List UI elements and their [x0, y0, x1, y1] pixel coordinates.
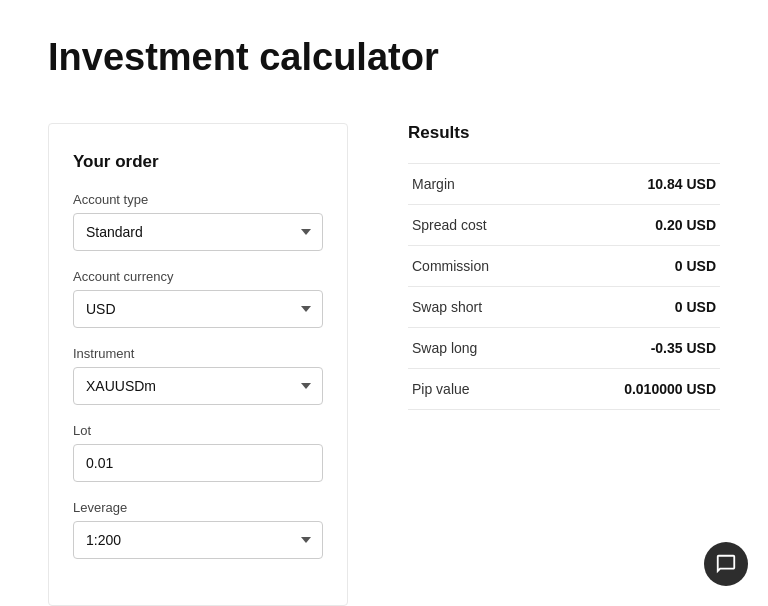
- table-row: Swap long-0.35 USD: [408, 328, 720, 369]
- result-value: 10.84 USD: [551, 164, 720, 205]
- lot-group: Lot: [73, 423, 323, 482]
- account-type-select[interactable]: Standard ECN Pro: [73, 213, 323, 251]
- result-label: Pip value: [408, 369, 551, 410]
- result-value: 0.20 USD: [551, 205, 720, 246]
- page-title: Investment calculator: [48, 36, 720, 79]
- account-currency-select[interactable]: USD EUR GBP: [73, 290, 323, 328]
- results-panel-title: Results: [408, 123, 720, 153]
- leverage-label: Leverage: [73, 500, 323, 515]
- results-table: Margin10.84 USDSpread cost0.20 USDCommis…: [408, 163, 720, 410]
- account-type-group: Account type Standard ECN Pro: [73, 192, 323, 251]
- account-currency-group: Account currency USD EUR GBP: [73, 269, 323, 328]
- result-label: Commission: [408, 246, 551, 287]
- table-row: Pip value0.010000 USD: [408, 369, 720, 410]
- instrument-group: Instrument XAUUSDm EURUSD GBPUSD: [73, 346, 323, 405]
- table-row: Swap short0 USD: [408, 287, 720, 328]
- account-currency-label: Account currency: [73, 269, 323, 284]
- instrument-wrapper: XAUUSDm EURUSD GBPUSD: [73, 367, 323, 405]
- account-currency-wrapper: USD EUR GBP: [73, 290, 323, 328]
- leverage-group: Leverage 1:200 1:100 1:50 1:25: [73, 500, 323, 559]
- account-type-wrapper: Standard ECN Pro: [73, 213, 323, 251]
- result-value: 0 USD: [551, 246, 720, 287]
- table-row: Margin10.84 USD: [408, 164, 720, 205]
- lot-input[interactable]: [73, 444, 323, 482]
- results-panel: Results Margin10.84 USDSpread cost0.20 U…: [388, 123, 720, 606]
- order-panel: Your order Account type Standard ECN Pro…: [48, 123, 348, 606]
- chat-icon: [715, 553, 737, 575]
- table-row: Spread cost0.20 USD: [408, 205, 720, 246]
- table-row: Commission0 USD: [408, 246, 720, 287]
- instrument-label: Instrument: [73, 346, 323, 361]
- leverage-select[interactable]: 1:200 1:100 1:50 1:25: [73, 521, 323, 559]
- result-value: 0 USD: [551, 287, 720, 328]
- instrument-select[interactable]: XAUUSDm EURUSD GBPUSD: [73, 367, 323, 405]
- result-value: 0.010000 USD: [551, 369, 720, 410]
- leverage-wrapper: 1:200 1:100 1:50 1:25: [73, 521, 323, 559]
- result-value: -0.35 USD: [551, 328, 720, 369]
- lot-label: Lot: [73, 423, 323, 438]
- result-label: Swap short: [408, 287, 551, 328]
- result-label: Swap long: [408, 328, 551, 369]
- account-type-label: Account type: [73, 192, 323, 207]
- order-panel-title: Your order: [73, 152, 323, 172]
- chat-button[interactable]: [704, 542, 748, 586]
- result-label: Margin: [408, 164, 551, 205]
- result-label: Spread cost: [408, 205, 551, 246]
